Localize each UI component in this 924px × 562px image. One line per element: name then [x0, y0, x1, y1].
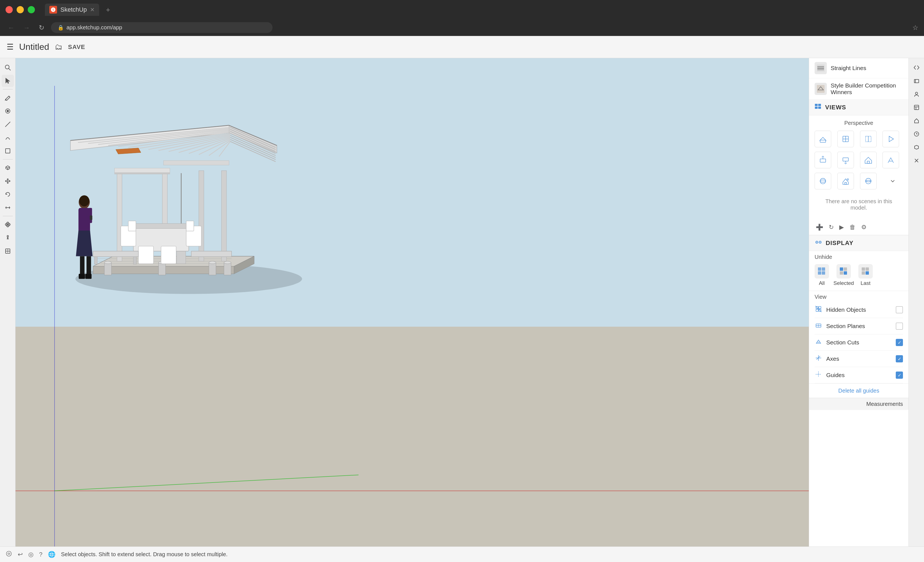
- axes-label: Axes: [826, 355, 892, 362]
- view-right-button[interactable]: [882, 131, 899, 147]
- rotate-tool[interactable]: [2, 188, 14, 201]
- display-section: Unhide All Selected: [809, 251, 909, 398]
- no-scenes-message: There are no scenes in this model.: [814, 194, 903, 215]
- svg-rect-100: [815, 106, 818, 109]
- section-cuts-checkbox[interactable]: ✓: [896, 339, 903, 346]
- views-section-header[interactable]: VIEWS: [809, 100, 909, 115]
- svg-rect-125: [822, 271, 825, 275]
- right-tool-7[interactable]: [910, 141, 922, 153]
- unhide-selected-icon: [837, 264, 851, 279]
- view-icons-row-1: [814, 131, 903, 147]
- folder-icon[interactable]: 🗂: [55, 42, 63, 51]
- back-button[interactable]: ←: [6, 23, 16, 33]
- unhide-last-icon: [858, 264, 873, 279]
- tab-favicon: S: [49, 6, 57, 13]
- close-button[interactable]: [6, 6, 13, 13]
- style-item-competition[interactable]: Style Builder Competition Winners: [809, 78, 909, 100]
- guides-label: Guides: [826, 372, 892, 378]
- svg-marker-79: [76, 231, 93, 256]
- right-tool-2[interactable]: [910, 75, 922, 87]
- section-planes-checkbox[interactable]: [896, 322, 903, 330]
- right-tool-5[interactable]: [910, 115, 922, 127]
- right-tool-4[interactable]: [910, 101, 922, 114]
- search-tool[interactable]: [2, 61, 14, 73]
- view-back-button[interactable]: [860, 131, 877, 147]
- measurements-bar: Measurements: [809, 398, 909, 410]
- save-button[interactable]: SAVE: [68, 43, 85, 51]
- svg-rect-90: [191, 251, 231, 257]
- view-front-button[interactable]: [837, 131, 854, 147]
- view-house-button[interactable]: [860, 152, 877, 168]
- paint-tool[interactable]: [2, 105, 14, 117]
- document-title: Untitled: [19, 42, 49, 52]
- view-iso-button[interactable]: [814, 131, 831, 147]
- view-top-button[interactable]: [814, 152, 831, 168]
- style-item-straight-lines[interactable]: Straight Lines: [809, 58, 909, 78]
- view-orbit-button[interactable]: [814, 173, 831, 189]
- svg-rect-7: [6, 149, 10, 153]
- view-more-button[interactable]: [882, 173, 903, 189]
- svg-rect-116: [845, 183, 846, 184]
- section-tool[interactable]: [2, 245, 14, 257]
- svg-rect-87: [93, 251, 138, 257]
- select-tool[interactable]: [2, 75, 14, 87]
- lock-icon: 🔒: [58, 25, 64, 31]
- svg-rect-38: [114, 173, 170, 174]
- axes-checkbox[interactable]: ✓: [896, 355, 903, 363]
- hidden-objects-checkbox[interactable]: [896, 306, 903, 313]
- shape-tool[interactable]: [2, 145, 14, 157]
- view-house2-button[interactable]: [837, 173, 854, 189]
- svg-line-6: [5, 122, 10, 127]
- expand-button[interactable]: [910, 61, 922, 73]
- menu-button[interactable]: ☰: [7, 42, 14, 51]
- arc-tool[interactable]: [2, 132, 14, 144]
- unhide-selected-button[interactable]: Selected: [833, 264, 854, 286]
- pencil-tool[interactable]: [2, 91, 14, 104]
- tab-title: SketchUp: [60, 6, 87, 13]
- orbit-tool[interactable]: [2, 219, 14, 231]
- browser-tab[interactable]: S SketchUp ✕: [45, 4, 99, 16]
- view-diagonal-button[interactable]: [882, 152, 899, 168]
- right-tool-3[interactable]: [910, 88, 922, 100]
- status-icon-4: ?: [39, 551, 42, 558]
- url-bar[interactable]: 🔒 app.sketchup.com/app: [51, 22, 273, 33]
- right-tool-6[interactable]: [910, 128, 922, 140]
- forward-button[interactable]: →: [21, 23, 32, 33]
- maximize-button[interactable]: [28, 6, 35, 13]
- section-cuts-label: Section Cuts: [826, 339, 892, 346]
- svg-rect-108: [820, 159, 826, 162]
- url-text: app.sketchup.com/app: [66, 24, 122, 31]
- delete-all-guides-button[interactable]: Delete all guides: [809, 384, 909, 398]
- walk-tool[interactable]: [2, 232, 14, 244]
- svg-rect-36: [222, 171, 226, 261]
- unhide-all-label: All: [819, 280, 825, 286]
- view-bottom-button[interactable]: [837, 152, 854, 168]
- svg-rect-123: [822, 267, 825, 271]
- delete-scene-button[interactable]: 🗑: [848, 223, 857, 232]
- minimize-button[interactable]: [16, 6, 24, 13]
- play-scene-button[interactable]: ▶: [838, 223, 845, 232]
- line-tool[interactable]: [2, 118, 14, 130]
- far-right-panel: [909, 58, 924, 547]
- guides-checkbox[interactable]: ✓: [896, 372, 903, 379]
- new-tab-button[interactable]: +: [106, 6, 110, 14]
- push-pull-tool[interactable]: [2, 162, 14, 174]
- unhide-last-button[interactable]: Last: [858, 264, 873, 286]
- bookmark-button[interactable]: ☆: [912, 24, 918, 31]
- refresh-scene-button[interactable]: ↻: [828, 223, 835, 232]
- right-tool-8[interactable]: [910, 154, 922, 167]
- svg-rect-122: [818, 267, 821, 271]
- tape-tool[interactable]: [2, 202, 14, 214]
- refresh-button[interactable]: ↻: [36, 23, 46, 33]
- svg-rect-35: [199, 171, 204, 261]
- move-tool[interactable]: [2, 175, 14, 187]
- display-section-header[interactable]: DISPLAY: [809, 235, 909, 251]
- unhide-all-button[interactable]: All: [814, 264, 829, 286]
- tab-close-button[interactable]: ✕: [90, 6, 95, 13]
- svg-rect-33: [117, 171, 122, 261]
- settings-scene-button[interactable]: ⚙: [860, 223, 868, 232]
- unhide-all-icon: [814, 264, 829, 279]
- viewport[interactable]: [15, 58, 809, 547]
- add-scene-button[interactable]: ➕: [814, 223, 824, 232]
- view-sphere-button[interactable]: [860, 173, 877, 189]
